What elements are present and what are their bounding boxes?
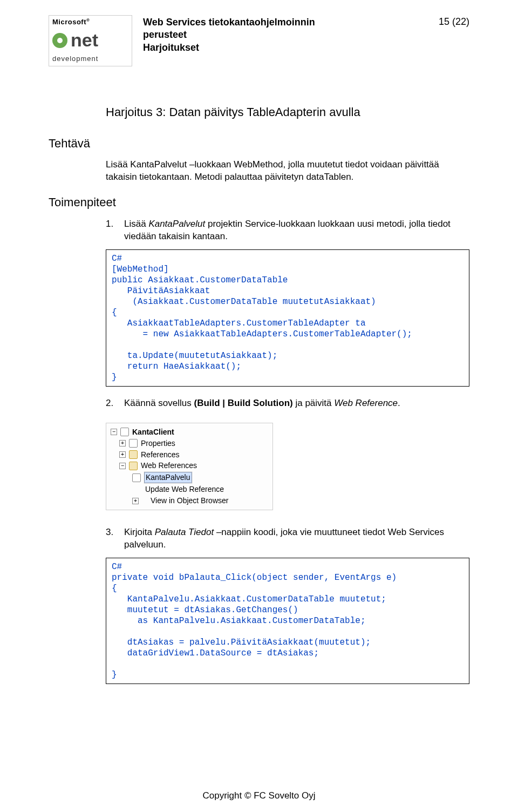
expander-icon: + [132,498,139,504]
step-1-ital: KantaPalvelut [148,219,205,229]
page-header: Microsoft® net development Web Services … [49,15,469,66]
step-2-number: 2. [106,397,117,410]
tree-properties: + Properties [108,438,270,449]
page-footer: Copyright © FC Sovelto Oyj [0,790,518,801]
tree-properties-label: Properties [141,438,175,449]
tree-web-references: − Web References [108,460,270,471]
tree-root: − KantaClient [108,427,270,438]
step-1-number: 1. [106,218,117,243]
logo-ms-text: Microsoft® [52,18,128,26]
dotnet-logo: Microsoft® net development [49,15,132,66]
tree-root-label: KantaClient [132,427,174,437]
exercise-title: Harjoitus 3: Datan päivitys TableAdapter… [106,104,469,120]
tree-web-references-label: Web References [141,461,197,471]
project-icon [120,428,129,436]
step-1-text: Lisää KantaPalvelut projektin Service-lu… [124,218,469,243]
step-2-text: Käännä sovellus (Build | Build Solution)… [124,397,469,410]
code-block-2: C# private void bPalauta_Click(object se… [106,558,469,684]
expander-icon: + [119,451,126,458]
logo-dev-text: development [52,55,128,63]
context-menu-update-label: Update Web Reference [145,484,224,495]
page-number: 15 (22) [439,15,469,28]
step-2-mid: ja päivitä [293,398,335,408]
properties-icon [129,439,138,448]
solution-explorer-screenshot: − KantaClient + Properties + References … [106,423,469,510]
step-2-ital: Web Reference [334,398,398,408]
logo-net-text: net [71,30,98,51]
tree-references: + References [108,449,270,461]
step-2-pre: Käännä sovellus [124,398,194,408]
context-menu-view-browser-label: View in Object Browser [151,496,228,506]
section-steps-label: Toimenpiteet [49,194,469,211]
step-3-text: Kirjoita Palauta Tiedot –nappiin koodi, … [124,526,469,551]
webref-icon [132,473,141,482]
task-paragraph: Lisää KantaPalvelut –luokkaan WebMethod,… [106,159,469,184]
section-task-label: Tehtävä [49,136,469,152]
expander-icon: + [119,440,126,446]
step-2-end: . [398,398,400,408]
code-block-1: C# [WebMethod] public Asiakkaat.Customer… [106,249,469,387]
expander-icon: − [111,429,117,435]
folder-icon [129,462,138,470]
step-3: 3. Kirjoita Palauta Tiedot –nappiin kood… [106,526,469,551]
title-line-2: perusteet [143,29,428,41]
logo-dot-icon [52,33,67,48]
step-1: 1. Lisää KantaPalvelut projektin Service… [106,218,469,243]
step-3-number: 3. [106,526,117,551]
step-3-pre: Kirjoita [124,527,155,537]
step-2-bold: (Build | Build Solution) [194,398,292,408]
context-menu-view-browser[interactable]: + View in Object Browser [108,495,270,506]
folder-icon [129,450,138,459]
context-menu-update[interactable]: Update Web Reference [108,484,270,495]
title-line-1: Web Services tietokantaohjelmoinnin [143,16,428,29]
expander-icon: − [119,463,126,469]
tree-kantapalvelu: KantaPalvelu [108,471,270,484]
step-3-ital: Palauta Tiedot [155,527,214,537]
document-title: Web Services tietokantaohjelmoinnin peru… [143,15,428,54]
step-2: 2. Käännä sovellus (Build | Build Soluti… [106,397,469,410]
step-1-pre: Lisää [124,219,148,229]
title-line-3: Harjoitukset [143,42,428,54]
tree-references-label: References [141,450,180,460]
tree-kantapalvelu-label: KantaPalvelu [144,472,192,483]
